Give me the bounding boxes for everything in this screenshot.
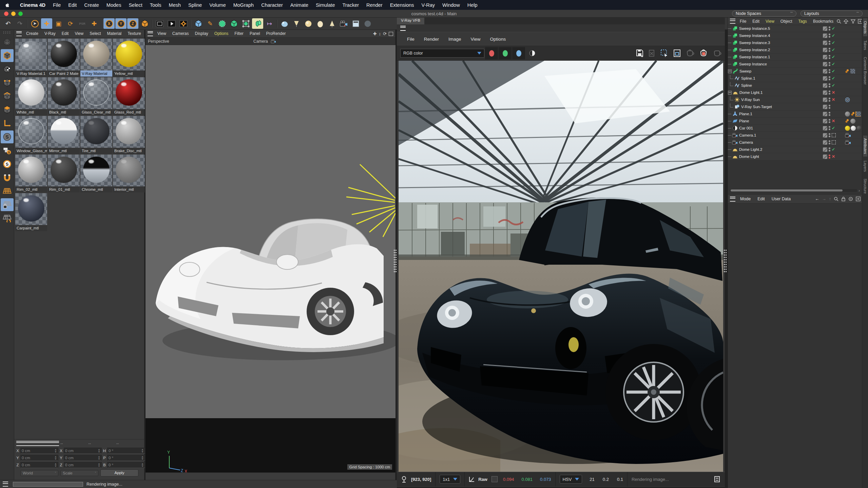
layer-toggle[interactable] bbox=[823, 133, 827, 138]
show-corrections-icon[interactable] bbox=[673, 49, 681, 57]
object-row[interactable]: V-Ray Sun✕ bbox=[728, 96, 862, 103]
channel-dropdown[interactable]: RGB color bbox=[400, 49, 484, 58]
visibility-dots[interactable] bbox=[829, 55, 830, 59]
vfb-menu-render[interactable]: Render bbox=[419, 37, 444, 42]
rotate-workplane-icon[interactable] bbox=[1, 212, 14, 225]
enabled-check-icon[interactable]: ✓ bbox=[832, 62, 836, 66]
vfb-menu-file[interactable]: File bbox=[402, 37, 419, 42]
colorspace-dropdown[interactable]: HSV bbox=[560, 475, 582, 484]
object-row[interactable]: Spline.1✓ bbox=[728, 75, 862, 82]
visibility-dots[interactable] bbox=[829, 112, 830, 116]
visibility-dots[interactable] bbox=[829, 48, 830, 52]
coord-value-field[interactable]: 0 cm▲▼ bbox=[20, 448, 58, 454]
material-name[interactable]: V-Ray Material.1 bbox=[15, 70, 47, 77]
dome-light-icon[interactable] bbox=[314, 18, 326, 29]
snap-mode-icon[interactable]: S bbox=[1, 130, 14, 143]
object-row[interactable]: Sweep Instance.1✓ bbox=[728, 54, 862, 61]
expand-toggle[interactable] bbox=[728, 91, 732, 95]
material-name[interactable]: Yellow_mtl bbox=[113, 70, 145, 77]
object-row[interactable]: Dome Light.2✓ bbox=[728, 146, 862, 153]
material-item[interactable]: V-Ray Material bbox=[80, 39, 112, 77]
vfb-menu-view[interactable]: View bbox=[466, 37, 485, 42]
coord-value-field[interactable]: 0 °▲▼ bbox=[107, 448, 145, 454]
menu-character[interactable]: Character bbox=[257, 2, 287, 8]
deformer-icon[interactable] bbox=[240, 18, 251, 29]
menu-edit[interactable]: Edit bbox=[64, 2, 80, 8]
render-settings-icon[interactable] bbox=[178, 18, 189, 29]
menu-spline[interactable]: Spline bbox=[185, 2, 206, 8]
object-row[interactable]: Sweep Instance.3✓ bbox=[728, 39, 862, 46]
camera-tag[interactable] bbox=[845, 140, 851, 145]
add-icon[interactable] bbox=[856, 197, 861, 201]
clear-image-icon[interactable] bbox=[648, 49, 656, 57]
view-name[interactable]: Perspective bbox=[146, 39, 169, 44]
visibility-dots[interactable] bbox=[829, 98, 830, 102]
side-tab-layers[interactable]: Layers bbox=[863, 158, 867, 175]
add-cube-icon[interactable] bbox=[193, 18, 204, 29]
enabled-check-icon[interactable]: ✓ bbox=[832, 83, 836, 88]
material-thumbnail[interactable] bbox=[113, 116, 145, 148]
physical-sky-icon[interactable] bbox=[362, 18, 373, 29]
material-name[interactable]: Rim_02_mtl bbox=[15, 186, 47, 192]
visibility-dots[interactable] bbox=[829, 119, 830, 123]
visibility-dots[interactable] bbox=[829, 62, 830, 66]
om-menu-edit[interactable]: Edit bbox=[749, 19, 763, 24]
material-name[interactable]: Carpaint_mtl bbox=[15, 225, 47, 231]
object-row[interactable]: Plane.1 bbox=[728, 110, 862, 118]
node-spaces-dropdown[interactable]: Node Spacesˆˇ bbox=[732, 11, 796, 17]
material-name[interactable]: Glass_Red_mtl bbox=[113, 109, 145, 115]
lock-y-axis-icon[interactable]: Y bbox=[115, 18, 127, 29]
material-name[interactable]: Black_mtl bbox=[48, 109, 80, 115]
object-name[interactable]: Dome Light.1 bbox=[739, 90, 763, 95]
psr-gizmo-icon[interactable]: PSR bbox=[77, 18, 88, 29]
lock-z-axis-icon[interactable]: Z bbox=[127, 18, 138, 29]
layer-toggle[interactable] bbox=[823, 140, 827, 145]
layer-toggle[interactable] bbox=[823, 41, 827, 45]
pan-view-icon[interactable]: ✚ bbox=[373, 31, 377, 36]
layer-toggle[interactable] bbox=[823, 69, 827, 74]
render-view-icon[interactable] bbox=[154, 18, 165, 29]
object-row[interactable]: Sweep Instance.2✓ bbox=[728, 46, 862, 54]
material-menu-texture[interactable]: Texture bbox=[124, 31, 144, 36]
object-row[interactable]: Dome Light✕ bbox=[728, 153, 862, 160]
stop-render-icon[interactable] bbox=[699, 49, 708, 57]
view-panel-icon[interactable] bbox=[350, 18, 361, 29]
menu-file[interactable]: File bbox=[49, 2, 64, 8]
material-item[interactable]: Glass_Clear_mtl bbox=[80, 77, 112, 115]
material-item[interactable]: Brake_Disc_mtl bbox=[113, 116, 145, 154]
object-name[interactable]: Spline bbox=[741, 83, 752, 87]
material-menu-view[interactable]: View bbox=[72, 31, 86, 36]
rotate-view-icon[interactable]: ⟳ bbox=[383, 31, 387, 36]
menu-render[interactable]: Render bbox=[363, 2, 386, 8]
search-icon[interactable] bbox=[834, 197, 838, 201]
om-menu-tags[interactable]: Tags bbox=[795, 19, 810, 24]
material-item[interactable]: Black_mtl bbox=[48, 77, 80, 115]
active-camera-bracket-icon[interactable] bbox=[832, 133, 836, 137]
curve-icon[interactable] bbox=[469, 476, 475, 482]
phong-tag[interactable] bbox=[845, 69, 850, 74]
hamburger-icon[interactable] bbox=[16, 441, 59, 446]
axis-mode-icon[interactable] bbox=[1, 117, 14, 130]
axis-move-icon[interactable]: ✚ bbox=[89, 18, 100, 29]
material-item[interactable]: Chrome_mtl bbox=[80, 155, 112, 192]
coord-value-field[interactable]: 0 cm▲▼ bbox=[64, 455, 102, 461]
material-name[interactable]: Glass_Clear_mtl bbox=[80, 109, 112, 115]
viewport-menu-display[interactable]: Display bbox=[192, 31, 211, 36]
material-thumbnail[interactable] bbox=[80, 116, 112, 148]
side-tab-content-browser[interactable]: Content Browser bbox=[863, 54, 867, 87]
menu-window[interactable]: Window bbox=[439, 2, 464, 8]
edge-mode-icon[interactable] bbox=[1, 90, 14, 103]
left-splitter-handle[interactable] bbox=[393, 249, 397, 273]
attr-menu-mode[interactable]: Mode bbox=[737, 197, 754, 201]
menu-tracker[interactable]: Tracker bbox=[339, 2, 363, 8]
material-name[interactable]: Rim_01_mtl bbox=[48, 186, 80, 192]
material-thumbnail[interactable] bbox=[48, 77, 80, 109]
menu-animate[interactable]: Animate bbox=[287, 2, 312, 8]
apply-button[interactable]: Apply bbox=[100, 469, 138, 476]
material-item[interactable]: Tire_mtl bbox=[80, 116, 112, 154]
disabled-x-icon[interactable]: ✕ bbox=[832, 90, 836, 95]
material-name[interactable]: V-Ray Material bbox=[80, 70, 112, 77]
vfb-tab[interactable]: V-Ray VFB bbox=[397, 18, 424, 24]
material-thumbnail[interactable] bbox=[80, 155, 112, 186]
viewport-menu-cameras[interactable]: Cameras bbox=[169, 31, 192, 36]
